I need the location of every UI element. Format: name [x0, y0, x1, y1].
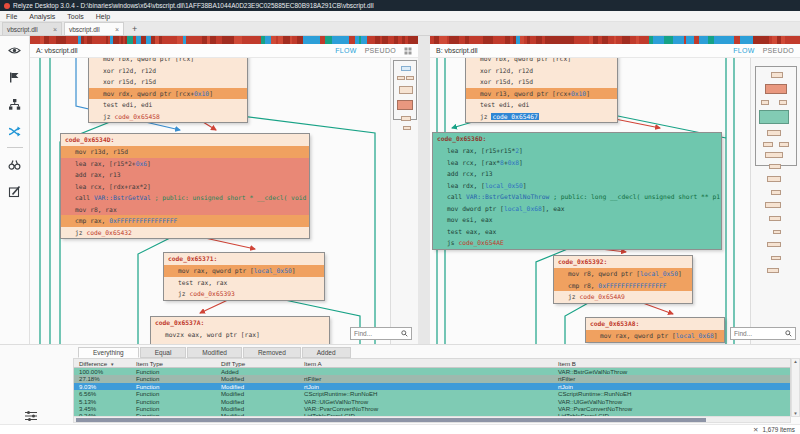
basic-block-code_0x65392[interactable]: code_0x65392:mov r8, qword ptr [local_0x… [553, 255, 693, 304]
block-label: code_0x6536D: [433, 133, 721, 145]
doc-tab-1[interactable]: vbscript.dll× [64, 22, 124, 35]
clear-selection-icon[interactable]: ✕ [753, 426, 758, 434]
document-tab-bar: vbscript.dll×vbscript.dll×+ [0, 22, 800, 36]
block-label: code_0x65371: [164, 253, 324, 265]
minimap-block [401, 116, 411, 121]
asm-line: mov r13, qword ptr [rcx+0x10] [466, 88, 617, 100]
menu-help[interactable]: Help [90, 13, 116, 20]
filter-tab-equal[interactable]: Equal [140, 347, 187, 358]
scroll-up-icon[interactable]: ▲ [793, 359, 797, 364]
pane-a-graph[interactable]: mov rbx, qword ptr [rcx]xor r12d, r12dxo… [30, 58, 418, 344]
column-header-diff-type[interactable]: Diff Type [216, 360, 299, 367]
cell: Function [131, 375, 216, 382]
minimap-block [403, 126, 411, 130]
cell: CScriptRuntime::RunNoEH [299, 390, 553, 397]
filter-tab-everything[interactable]: Everything [78, 347, 139, 358]
diff-table: Difference▼Item TypeDiff TypeItem AItem … [73, 358, 791, 417]
asm-line: cmp rax, 0xFFFFFFFFFFFFFFFF [61, 215, 309, 227]
filter-tab-added[interactable]: Added [302, 347, 351, 358]
asm-line: jz code_0x65393 [164, 288, 324, 300]
hscroll-thumb[interactable] [76, 418, 706, 422]
scroll-down-icon[interactable]: ▼ [793, 411, 797, 416]
overview-eye-icon[interactable] [8, 43, 22, 57]
asm-line: jz code_0x65458 [89, 111, 247, 123]
asm-line: add rcx, r13 [433, 168, 721, 180]
asm-line: xor r15d, r15d [466, 76, 617, 88]
structure-icon[interactable] [8, 97, 22, 111]
pane-a-minimap[interactable] [390, 58, 418, 344]
table-hscrollbar[interactable] [73, 416, 791, 423]
functions-icon[interactable] [8, 70, 22, 84]
filter-tab-removed[interactable]: Removed [243, 347, 301, 358]
diff-row[interactable]: 27.18%FunctionModifiedrtFilterrtFilter [74, 375, 790, 382]
asm-line: test eax, eax [433, 226, 721, 238]
basic-block[interactable]: mov rbx, qword ptr [rcx]xor r12d, r12dxo… [465, 58, 618, 123]
pane-b-find[interactable] [730, 327, 796, 340]
basic-block[interactable]: mov rbx, qword ptr [rcx]xor r12d, r12dxo… [88, 58, 248, 123]
pane-a-tab-flow[interactable]: FLOW [335, 47, 356, 54]
minimap-block [759, 110, 789, 124]
window-title: Relyze Desktop 3.0.4 - D:\binaries\windo… [13, 2, 374, 9]
cell: Function [131, 390, 216, 397]
asm-line: jz code_0x65467 [466, 111, 617, 123]
tab-close-icon[interactable]: × [53, 26, 57, 33]
pane-b-graph[interactable]: mov rbx, qword ptr [rcx]xor r12d, r12dxo… [430, 58, 800, 344]
cell: 9.03% [74, 383, 131, 390]
pane-b-minimap[interactable] [750, 58, 800, 344]
asm-line: mov rax, qword ptr [local_0x68] [586, 330, 724, 342]
new-tab-button[interactable]: + [126, 24, 143, 34]
asm-line: add rax, r13 [61, 169, 309, 181]
pane-a-tab-pseudo[interactable]: PSEUDO [365, 47, 396, 54]
pane-a-options-icon[interactable] [404, 47, 412, 55]
search-binoculars-icon[interactable] [8, 157, 22, 171]
column-header-difference[interactable]: Difference▼ [74, 360, 131, 367]
table-options-icon[interactable] [24, 409, 38, 423]
menu-analysis[interactable]: Analysis [23, 13, 61, 20]
cell: VAR::PvarConvertNoThrow [553, 405, 790, 412]
pane-a-diff-map[interactable] [30, 36, 418, 44]
column-header-item-a[interactable]: Item A [299, 360, 553, 367]
column-header-item-b[interactable]: Item B [553, 360, 790, 367]
basic-block-code_0x6534D[interactable]: code_0x6534D:mov r13d, r15dlea rax, [r15… [60, 133, 310, 239]
menu-file[interactable]: File [0, 13, 23, 20]
cell: Modified [216, 405, 299, 412]
diff-row[interactable]: 5.13%FunctionModifiedVAR::UlGetValNoThro… [74, 398, 790, 405]
asm-line: mov rax, qword ptr [local_0x50] [164, 265, 324, 277]
title-bar: Relyze Desktop 3.0.4 - D:\binaries\windo… [0, 0, 800, 11]
diff-shuffle-icon[interactable] [8, 124, 22, 138]
cell: 5.13% [74, 398, 131, 405]
pane-a-find[interactable] [350, 327, 412, 340]
diff-row[interactable]: 3.45%FunctionModifiedVAR::PvarConvertNoT… [74, 405, 790, 412]
filter-tab-modified[interactable]: Modified [187, 347, 242, 358]
diff-row[interactable]: 9.03%FunctionModifiedrtJoinrtJoin [74, 383, 790, 390]
diff-row[interactable]: 100.00%FunctionAddedVAR::BstrGetValNoThr… [74, 368, 790, 375]
cell: Function [131, 398, 216, 405]
basic-block-code_0x653A8[interactable]: code_0x653A8:mov rax, qword ptr [local_0… [585, 317, 725, 343]
asm-line: lea rax, [r15+r15*2] [433, 145, 721, 157]
asm-line: mov rdx, qword ptr [rcx+0x10] [89, 88, 247, 100]
asm-line: test edi, edi [89, 99, 247, 111]
pane-b-diff-map[interactable] [430, 36, 800, 44]
doc-tab-0[interactable]: vbscript.dll× [2, 22, 62, 35]
pane-splitter[interactable] [418, 36, 430, 344]
pane-b-tab-flow[interactable]: FLOW [733, 47, 754, 54]
asm-line: lea rax, [r15*2+0x6] [61, 158, 309, 170]
status-item-count: 1,679 items [762, 426, 795, 433]
basic-block-code_0x65371[interactable]: code_0x65371:mov rax, qword ptr [local_0… [163, 252, 325, 301]
edit-icon[interactable] [8, 184, 22, 198]
basic-block-code_0x6537A[interactable]: code_0x6537A:movzx eax, word ptr [rax]mo… [150, 316, 330, 344]
column-header-item-type[interactable]: Item Type [131, 360, 216, 367]
search-icon [785, 330, 792, 337]
pane-b-tab-pseudo[interactable]: PSEUDO [763, 47, 794, 54]
table-vscrollbar[interactable]: ▲▼ [791, 358, 800, 417]
asm-line: xor r12d, r12d [89, 65, 247, 77]
asm-line: mov r8, rax [61, 204, 309, 216]
status-bar: ✕ 1,679 items [0, 424, 800, 434]
minimap-block [769, 216, 781, 221]
menu-tools[interactable]: Tools [61, 13, 89, 20]
diff-row[interactable]: 6.56%FunctionModifiedCScriptRuntime::Run… [74, 390, 790, 397]
basic-block-code_0x6536D[interactable]: code_0x6536D:lea rax, [r15+r15*2]lea rcx… [432, 132, 722, 250]
pane-a-find-input[interactable] [354, 330, 399, 337]
pane-b-find-input[interactable] [734, 330, 783, 337]
tab-close-icon[interactable]: × [115, 26, 119, 33]
